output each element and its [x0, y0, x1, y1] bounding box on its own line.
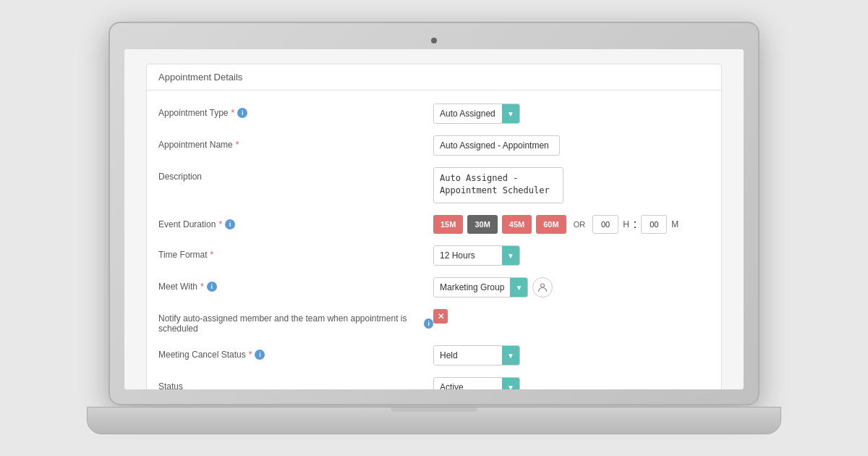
event-duration-info-icon[interactable]: i	[225, 219, 235, 229]
svg-point-0	[541, 284, 545, 287]
laptop-body: Appointment Details Appointment Type* i	[109, 22, 760, 405]
duration-or-label: OR	[574, 220, 586, 229]
status-row: Status Active ▼	[147, 371, 721, 389]
meet-with-label: Meet With* i	[158, 277, 433, 292]
meet-with-control: Marketing Group ▼	[433, 277, 710, 297]
duration-m-label: M	[671, 219, 678, 229]
meeting-cancel-status-arrow[interactable]: ▼	[502, 346, 519, 365]
status-label: Status	[158, 377, 433, 389]
description-control: Auto Assigned - Appointment Scheduler	[433, 167, 710, 203]
laptop-camera	[431, 38, 437, 43]
duration-hours-input[interactable]	[592, 215, 618, 234]
appointment-type-dropdown[interactable]: Auto Assigned ▼	[433, 104, 520, 124]
notify-toggle[interactable]: ✕	[433, 309, 448, 324]
description-textarea[interactable]: Auto Assigned - Appointment Scheduler	[433, 167, 563, 203]
notify-control: ✕	[433, 309, 710, 324]
event-duration-row: Event Duration* i 15M 30M 45M 60M OR H:	[147, 209, 721, 240]
notify-row: Notify auto-assigned member and the team…	[147, 303, 721, 339]
time-format-row: Time Format* 12 Hours ▼	[147, 240, 721, 271]
appointment-type-label: Appointment Type* i	[158, 104, 433, 118]
appointment-name-control	[433, 135, 710, 156]
meeting-cancel-status-row: Meeting Cancel Status* i Held ▼	[147, 339, 721, 371]
meeting-cancel-status-dropdown[interactable]: Held ▼	[433, 345, 520, 366]
time-format-dropdown[interactable]: 12 Hours ▼	[433, 245, 520, 266]
notify-label: Notify auto-assigned member and the team…	[158, 309, 433, 334]
screen-content: Appointment Details Appointment Type* i	[124, 49, 744, 389]
status-arrow[interactable]: ▼	[502, 378, 519, 389]
description-row: Description Auto Assigned - Appointment …	[147, 161, 721, 209]
duration-minutes-input[interactable]	[641, 215, 667, 234]
appointment-type-control: Auto Assigned ▼	[433, 104, 710, 124]
meeting-cancel-status-control: Held ▼	[433, 345, 710, 366]
status-dropdown[interactable]: Active ▼	[433, 377, 520, 389]
time-format-value: 12 Hours	[434, 246, 502, 265]
status-control: Active ▼	[433, 377, 710, 389]
duration-30m-button[interactable]: 30M	[467, 215, 497, 234]
notify-info-icon[interactable]: i	[424, 318, 433, 329]
meeting-cancel-status-label: Meeting Cancel Status* i	[158, 345, 433, 360]
meeting-cancel-status-value: Held	[434, 346, 502, 365]
appointment-name-row: Appointment Name*	[147, 130, 721, 161]
laptop-notch	[391, 408, 477, 412]
duration-60m-button[interactable]: 60M	[536, 215, 566, 234]
person-icon-button[interactable]	[532, 277, 553, 297]
meet-with-value: Marketing Group	[434, 278, 510, 297]
appointment-details-panel: Appointment Details Appointment Type* i	[146, 64, 722, 389]
event-duration-label: Event Duration* i	[158, 215, 433, 229]
duration-h-label: H	[623, 219, 629, 229]
duration-15m-button[interactable]: 15M	[433, 215, 463, 234]
meet-with-row: Meet With* i Marketing Group ▼	[147, 271, 721, 303]
panel-body: Appointment Type* i Auto Assigned ▼	[147, 90, 721, 389]
time-format-label: Time Format*	[158, 245, 433, 260]
duration-45m-button[interactable]: 45M	[502, 215, 532, 234]
appointment-type-row: Appointment Type* i Auto Assigned ▼	[147, 98, 721, 130]
meeting-cancel-status-info-icon[interactable]: i	[255, 350, 265, 360]
appointment-name-label: Appointment Name*	[158, 135, 433, 150]
status-value: Active	[434, 378, 502, 389]
panel-header: Appointment Details	[147, 64, 721, 90]
appointment-type-info-icon[interactable]: i	[237, 108, 247, 118]
time-format-arrow[interactable]: ▼	[502, 246, 519, 265]
appointment-type-value: Auto Assigned	[434, 104, 502, 123]
event-duration-control: 15M 30M 45M 60M OR H: M	[433, 215, 710, 234]
time-format-control: 12 Hours ▼	[433, 245, 710, 266]
laptop-base	[87, 407, 781, 434]
laptop-wrapper: Appointment Details Appointment Type* i	[109, 22, 760, 434]
description-label: Description	[158, 167, 433, 182]
laptop-screen: Appointment Details Appointment Type* i	[124, 49, 744, 389]
appointment-type-arrow[interactable]: ▼	[502, 104, 519, 123]
appointment-name-input[interactable]	[433, 135, 560, 156]
meet-with-arrow[interactable]: ▼	[510, 278, 527, 297]
panel-title: Appointment Details	[158, 72, 242, 83]
meet-with-info-icon[interactable]: i	[207, 282, 217, 292]
meet-with-dropdown[interactable]: Marketing Group ▼	[433, 277, 528, 297]
